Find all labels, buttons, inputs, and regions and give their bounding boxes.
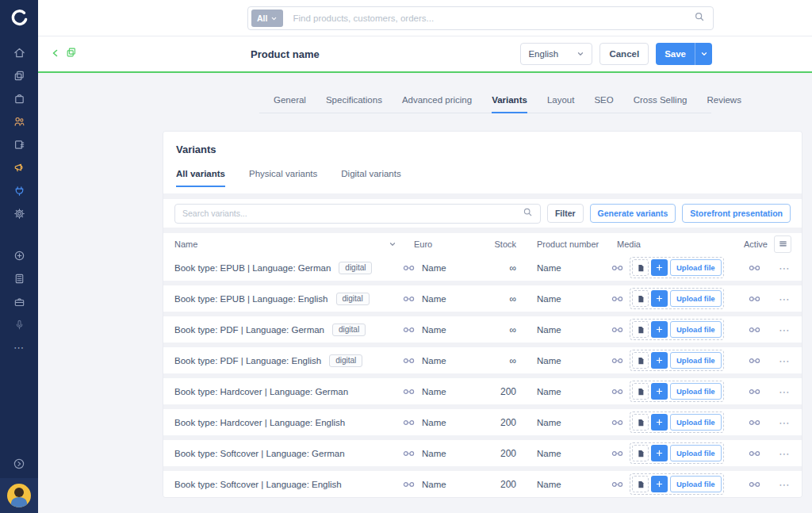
upload-file-button[interactable]: Upload file bbox=[670, 383, 722, 400]
row-context-menu[interactable]: ⋯ bbox=[774, 416, 791, 429]
add-media-button[interactable] bbox=[651, 383, 668, 400]
add-media-button[interactable] bbox=[651, 414, 668, 431]
back-chevron-icon[interactable] bbox=[51, 47, 60, 61]
row-context-menu[interactable]: ⋯ bbox=[774, 293, 791, 305]
toolbox-icon[interactable] bbox=[0, 290, 38, 313]
shopware-logo[interactable] bbox=[0, 0, 38, 36]
storefront-presentation-button[interactable]: Storefront presentation bbox=[682, 204, 791, 223]
row-context-menu[interactable]: ⋯ bbox=[774, 385, 791, 398]
global-search-input[interactable]: All Find products, customers, orders... bbox=[247, 6, 714, 30]
add-media-button[interactable] bbox=[651, 259, 668, 276]
inheritance-link-icon[interactable] bbox=[749, 264, 760, 272]
inheritance-link-icon[interactable] bbox=[611, 419, 623, 427]
cancel-button[interactable]: Cancel bbox=[599, 43, 649, 65]
column-header-product-number[interactable]: Product number bbox=[516, 239, 611, 249]
inheritance-link-icon[interactable] bbox=[611, 388, 623, 396]
tab-layout[interactable]: Layout bbox=[547, 95, 575, 113]
upload-file-button[interactable]: Upload file bbox=[670, 352, 722, 369]
home-icon[interactable] bbox=[0, 41, 38, 64]
column-header-euro[interactable]: Euro bbox=[401, 239, 473, 249]
inheritance-link-icon[interactable] bbox=[611, 450, 623, 457]
table-row[interactable]: Book type: Softcover | Language: German … bbox=[163, 440, 802, 466]
inheritance-link-icon[interactable] bbox=[403, 264, 415, 272]
upload-file-button[interactable]: Upload file bbox=[670, 259, 722, 276]
file-icon[interactable] bbox=[632, 321, 649, 338]
inheritance-link-icon[interactable] bbox=[749, 357, 760, 365]
column-header-stock[interactable]: Stock bbox=[473, 239, 516, 249]
duplicate-icon[interactable] bbox=[66, 47, 77, 61]
marketing-icon[interactable] bbox=[0, 156, 38, 179]
tab-cross-selling[interactable]: Cross Selling bbox=[634, 95, 688, 113]
inheritance-link-icon[interactable] bbox=[403, 388, 415, 396]
generate-variants-button[interactable]: Generate variants bbox=[590, 204, 676, 223]
extensions-icon[interactable] bbox=[0, 179, 38, 202]
save-button[interactable]: Save bbox=[656, 43, 712, 65]
inheritance-link-icon[interactable] bbox=[749, 450, 760, 457]
file-icon[interactable] bbox=[632, 445, 649, 461]
upload-file-button[interactable]: Upload file bbox=[670, 476, 722, 492]
subtab-physical-variants[interactable]: Physical variants bbox=[249, 169, 317, 187]
upload-file-button[interactable]: Upload file bbox=[670, 414, 722, 431]
inheritance-link-icon[interactable] bbox=[749, 326, 760, 334]
microphone-icon[interactable] bbox=[0, 313, 38, 336]
add-media-button[interactable] bbox=[651, 321, 668, 338]
inheritance-link-icon[interactable] bbox=[749, 480, 760, 488]
row-context-menu[interactable]: ⋯ bbox=[774, 262, 791, 274]
sort-chevron-icon[interactable] bbox=[389, 240, 396, 248]
tab-reviews[interactable]: Reviews bbox=[707, 95, 741, 113]
variant-search-input[interactable]: Search variants... bbox=[174, 204, 541, 224]
filter-button[interactable]: Filter bbox=[547, 204, 584, 223]
file-icon[interactable] bbox=[632, 290, 649, 307]
table-row[interactable]: Book type: Hardcover | Language: English… bbox=[163, 409, 802, 435]
row-context-menu[interactable]: ⋯ bbox=[774, 354, 791, 367]
file-icon[interactable] bbox=[632, 383, 649, 400]
orders-icon[interactable] bbox=[0, 87, 38, 110]
table-row[interactable]: Book type: EPUB | Language: English digi… bbox=[163, 285, 802, 312]
inheritance-link-icon[interactable] bbox=[749, 295, 760, 303]
tab-specifications[interactable]: Specifications bbox=[326, 95, 382, 113]
inheritance-link-icon[interactable] bbox=[611, 357, 623, 365]
table-row[interactable]: Book type: PDF | Language: English digit… bbox=[163, 347, 802, 373]
file-icon[interactable] bbox=[632, 476, 649, 492]
plus-circle-icon[interactable] bbox=[0, 244, 38, 267]
user-avatar[interactable] bbox=[0, 478, 38, 513]
content-icon[interactable] bbox=[0, 133, 38, 156]
inheritance-link-icon[interactable] bbox=[403, 357, 415, 365]
language-select[interactable]: English bbox=[520, 43, 592, 65]
column-header-active[interactable]: Active bbox=[734, 239, 774, 249]
inheritance-link-icon[interactable] bbox=[611, 295, 623, 303]
customers-icon[interactable] bbox=[0, 110, 38, 133]
inheritance-link-icon[interactable] bbox=[403, 295, 415, 303]
add-media-button[interactable] bbox=[651, 476, 668, 492]
inheritance-link-icon[interactable] bbox=[403, 419, 415, 427]
row-context-menu[interactable]: ⋯ bbox=[774, 323, 791, 336]
file-icon[interactable] bbox=[632, 352, 649, 369]
inheritance-link-icon[interactable] bbox=[749, 388, 760, 396]
column-header-media[interactable]: Media bbox=[611, 239, 734, 249]
products-icon[interactable] bbox=[0, 64, 38, 87]
row-context-menu[interactable]: ⋯ bbox=[774, 447, 791, 460]
upload-file-button[interactable]: Upload file bbox=[670, 321, 722, 338]
table-row[interactable]: Book type: PDF | Language: German digita… bbox=[163, 316, 802, 343]
inheritance-link-icon[interactable] bbox=[403, 480, 415, 488]
file-icon[interactable] bbox=[632, 414, 649, 431]
expand-circle-icon[interactable] bbox=[0, 450, 38, 478]
calculator-icon[interactable] bbox=[0, 267, 38, 290]
inheritance-link-icon[interactable] bbox=[403, 450, 415, 457]
subtab-digital-variants[interactable]: Digital variants bbox=[341, 169, 400, 187]
table-row[interactable]: Book type: EPUB | Language: German digit… bbox=[163, 255, 802, 281]
columns-settings-icon[interactable] bbox=[774, 235, 791, 253]
inheritance-link-icon[interactable] bbox=[611, 480, 623, 488]
inheritance-link-icon[interactable] bbox=[749, 419, 760, 427]
inheritance-link-icon[interactable] bbox=[611, 264, 623, 272]
more-dots-icon[interactable]: ⋯ bbox=[0, 336, 38, 359]
search-scope-dropdown[interactable]: All bbox=[251, 10, 283, 27]
tab-variants[interactable]: Variants bbox=[492, 95, 527, 113]
tab-advanced-pricing[interactable]: Advanced pricing bbox=[402, 95, 472, 113]
inheritance-link-icon[interactable] bbox=[611, 326, 623, 334]
upload-file-button[interactable]: Upload file bbox=[670, 290, 722, 307]
add-media-button[interactable] bbox=[651, 445, 668, 461]
save-dropdown-arrow[interactable] bbox=[695, 43, 712, 65]
add-media-button[interactable] bbox=[651, 352, 668, 369]
row-context-menu[interactable]: ⋯ bbox=[774, 478, 791, 491]
